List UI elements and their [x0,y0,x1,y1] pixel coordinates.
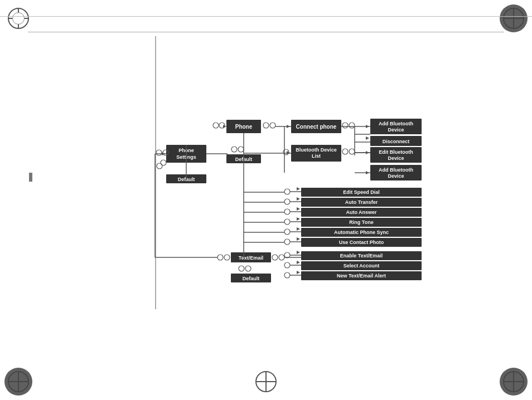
svg-marker-126 [366,151,369,154]
svg-rect-13 [270,123,275,128]
svg-text:Disconnect: Disconnect [383,139,410,144]
svg-rect-89 [239,266,244,271]
svg-text:Edit Speed Dial: Edit Speed Dial [343,189,380,195]
svg-rect-3 [161,160,166,165]
svg-text:Device: Device [388,173,404,179]
svg-marker-124 [366,136,369,140]
svg-rect-74 [272,255,278,260]
svg-text:Text/Email: Text/Email [239,255,263,261]
svg-text:Add Bluetooth: Add Bluetooth [379,167,413,173]
svg-rect-46 [284,189,290,194]
svg-text:Auto Answer: Auto Answer [346,209,377,215]
svg-rect-39 [238,147,244,152]
svg-marker-111 [297,187,300,191]
svg-rect-62 [284,229,290,235]
svg-text:Automatic Phone Sync: Automatic Phone Sync [334,230,389,235]
svg-rect-38 [231,147,237,152]
svg-marker-122 [287,125,290,128]
svg-rect-50 [284,199,290,204]
svg-marker-116 [297,237,300,241]
svg-marker-118 [297,261,300,264]
svg-rect-90 [245,266,251,271]
svg-marker-112 [297,197,300,201]
svg-text:Enable Text/Email: Enable Text/Email [340,253,383,258]
svg-text:Add Bluetooth: Add Bluetooth [379,121,413,126]
svg-rect-58 [284,219,290,225]
svg-rect-66 [284,239,290,245]
svg-rect-4 [157,163,162,169]
svg-rect-17 [342,123,348,128]
svg-text:Bluetooth Device: Bluetooth Device [296,147,337,153]
svg-marker-115 [297,227,300,231]
svg-marker-127 [366,171,369,174]
diagram-svg: Phone Settings Default Phone Connect pho… [0,36,532,393]
svg-rect-71 [224,255,230,260]
svg-marker-114 [297,217,300,221]
svg-marker-113 [297,207,300,211]
svg-text:Edit Bluetooth: Edit Bluetooth [379,149,413,155]
svg-text:Ring Tone: Ring Tone [349,219,373,225]
svg-rect-54 [284,209,290,214]
svg-text:Phone: Phone [235,124,253,130]
svg-rect-29 [349,149,355,154]
svg-text:New Text/Email Alert: New Text/Email Alert [337,273,386,279]
svg-rect-28 [342,149,348,154]
header-bar [0,0,532,17]
svg-marker-119 [297,271,300,274]
svg-marker-117 [297,251,300,254]
svg-text:Device: Device [388,155,404,161]
divider [28,32,504,32]
svg-text:List: List [312,153,321,159]
svg-text:Default: Default [243,276,260,281]
svg-rect-44 [156,150,162,155]
svg-marker-123 [366,125,369,128]
svg-text:Select Account: Select Account [344,263,380,269]
svg-rect-70 [217,255,223,260]
svg-rect-85 [284,272,290,278]
svg-rect-18 [349,123,355,128]
svg-rect-81 [284,262,290,268]
svg-rect-12 [263,123,269,128]
svg-text:Connect phone: Connect phone [296,124,337,130]
svg-rect-75 [279,255,284,260]
svg-text:Device: Device [388,127,404,133]
svg-text:Use Contact Photo: Use Contact Photo [339,240,384,245]
svg-text:Auto Transfer: Auto Transfer [345,199,378,205]
svg-rect-8 [213,123,219,128]
